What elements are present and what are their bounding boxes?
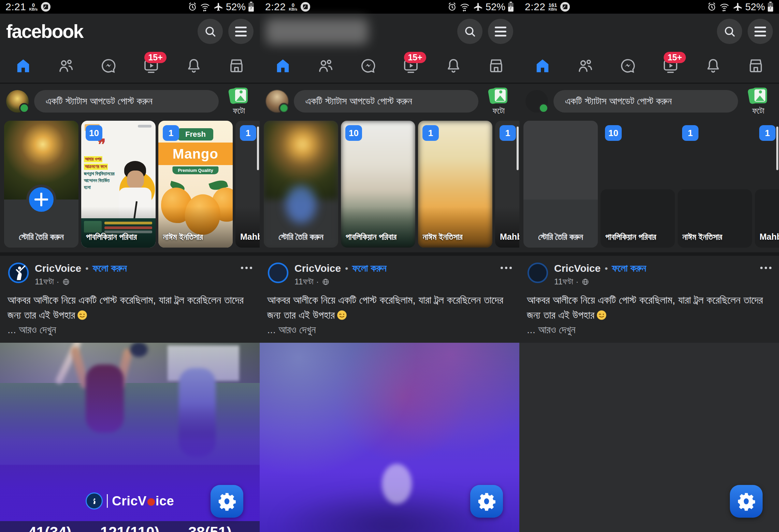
story-card[interactable]: 1 নাঈম ইনতিসার [678,121,752,248]
story-card[interactable]: ❞ আমার ওপর আক্রমণের ফলে জগন্নাথ বিশ্ববিদ… [81,121,156,248]
home-icon [534,58,551,74]
create-story-card[interactable]: স্টোরি তৈরি করুন [4,121,78,248]
story-card[interactable]: 10 পাবলিকিয়ান পরিবার [601,121,675,248]
network-speed-value: 0 [32,2,35,8]
scrollbar[interactable] [517,127,519,170]
tab-notifications[interactable] [438,54,469,78]
tab-video[interactable]: 15+ [655,54,686,78]
tab-video[interactable]: 15+ [136,54,167,78]
post-author[interactable]: CricVoice [35,263,81,274]
alarm-icon [447,2,457,12]
status-input[interactable]: একটি স্ট্যাটাস আপডেট পোস্ট করুন [553,90,738,113]
post-video[interactable]: CricVice 41(34) 121(110) 38(51) [0,343,260,532]
search-button[interactable] [198,19,223,44]
story-count-badge: 10 [605,125,622,141]
post-author[interactable]: CricVoice [294,263,341,274]
story-label: Mahbu Alam [500,231,519,243]
story-card[interactable]: 1 Mahbu Alam [495,121,519,248]
post-text: আকবর আলীকে নিয়ে একটি পোস্ট করেছিলাম, যা… [0,293,260,323]
battery-percent: 52% [745,1,765,13]
tab-home[interactable] [268,54,298,78]
menu-button[interactable] [748,19,773,44]
stories-row: স্টোরি তৈরি করুন 10 পাবলিকিয়ান পরিবার 1… [519,119,779,252]
story-count-badge: 1 [500,125,516,141]
scrollbar[interactable] [257,127,259,170]
search-button[interactable] [717,19,742,44]
settings-button[interactable] [470,485,503,518]
globe-icon [581,278,589,286]
tab-notifications[interactable] [698,54,728,78]
tab-marketplace[interactable] [740,54,771,78]
score-value: 41(34) [28,524,71,532]
search-button[interactable] [457,19,482,44]
follow-link[interactable]: ফলো করুন [352,263,386,274]
tab-home[interactable] [527,54,558,78]
tab-messenger[interactable] [353,54,384,78]
photo-button[interactable]: ফটো [224,87,254,116]
scrollbar[interactable] [776,127,778,170]
post-menu-icon[interactable] [501,262,512,269]
page-avatar[interactable] [267,262,289,284]
post-video-placeholder[interactable] [519,343,779,532]
airplane-icon [213,2,223,12]
tab-video[interactable]: 15+ [395,54,426,78]
photo-button[interactable]: ফটো [744,87,773,116]
story-card[interactable]: 1 Mahbu Alam [235,121,260,248]
score-value: 38(51) [188,524,232,532]
post-video-blurred[interactable] [260,343,519,532]
photo-button[interactable]: ফটো [484,87,513,116]
network-speed-value: 161 [548,2,557,8]
tab-home[interactable] [8,54,39,78]
settings-button[interactable] [730,485,763,518]
story-count-badge: 10 [86,125,102,141]
see-more-link[interactable]: ... আরও দেখুন [260,324,519,336]
follow-link[interactable]: ফলো করুন [92,263,127,274]
tab-marketplace[interactable] [221,54,252,78]
network-speed: 0KB/s [29,2,38,11]
battery-percent: 52% [226,1,246,13]
profile-avatar[interactable] [6,90,29,113]
post-author[interactable]: CricVoice [554,263,601,274]
online-dot [19,103,29,113]
create-story-card[interactable]: স্টোরি তৈরি করুন [264,121,338,248]
tab-marketplace[interactable] [481,54,511,78]
status-bar: 2:22 161KB/s 52% [519,0,779,14]
see-more-link[interactable]: ... আরও দেখুন [519,324,779,336]
story-card[interactable]: 10 পাবলিকিয়ান পরিবার [341,121,415,248]
profile-avatar[interactable] [525,90,548,113]
page-avatar[interactable] [8,262,29,284]
tab-friends[interactable] [51,54,81,78]
story-count-badge: 1 [240,125,256,141]
tab-friends[interactable] [570,54,601,78]
post-menu-icon[interactable] [760,262,771,269]
facebook-top-bar: facebook [0,14,260,49]
create-story-card[interactable]: স্টোরি তৈরি করুন [523,121,598,248]
plus-icon-blurred [286,186,316,223]
see-more-link[interactable]: ... আরও দেখুন [0,324,260,336]
menu-button[interactable] [488,19,513,44]
nav-tab-bar: 15+ [0,49,260,84]
status-input[interactable]: একটি স্ট্যাটাস আপডেট পোস্ট করুন [294,90,478,113]
profile-avatar[interactable] [266,90,288,113]
tab-messenger[interactable] [93,54,124,78]
page-avatar[interactable] [527,262,549,284]
screen-recorder-icon [41,2,51,12]
network-speed-unit: KB/s [548,8,557,11]
tab-messenger[interactable] [612,54,643,78]
settings-button[interactable] [211,485,243,518]
notification-count-badge: 15+ [404,52,426,63]
menu-button[interactable] [228,19,254,44]
battery-icon [248,2,254,12]
follow-link[interactable]: ফলো করুন [612,263,646,274]
messenger-icon [620,58,636,74]
tab-friends[interactable] [310,54,341,78]
tab-notifications[interactable] [178,54,209,78]
status-input[interactable]: একটি স্ট্যাটাস আপডেট পোস্ট করুন [34,90,219,113]
story-card[interactable]: Fresh Mango Premium Quality 1 নাঈম ইনতিস… [158,121,233,248]
post-menu-icon[interactable] [241,262,252,269]
story-card[interactable]: 1 Mahbu Alam [755,121,779,248]
wifi-icon [460,2,470,12]
story-card[interactable]: 1 নাঈম ইনতিসার [418,121,492,248]
wink-emoji [337,310,347,320]
home-icon [275,58,291,74]
